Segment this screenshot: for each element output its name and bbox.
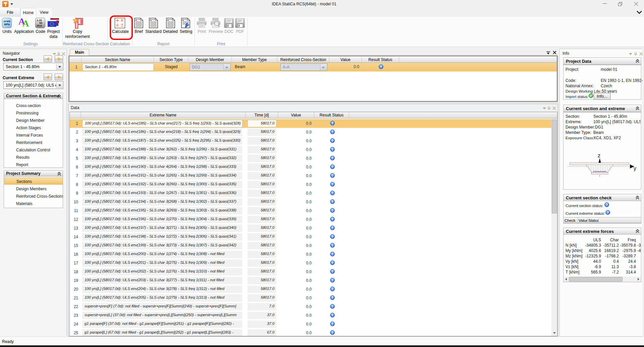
svg-text:y: y xyxy=(634,165,636,171)
svg-text:a: a xyxy=(182,18,184,21)
svg-text:a: a xyxy=(150,18,152,21)
svg-text:a: a xyxy=(167,18,169,21)
svg-text:z: z xyxy=(598,153,600,158)
svg-text:a: a xyxy=(135,18,137,21)
